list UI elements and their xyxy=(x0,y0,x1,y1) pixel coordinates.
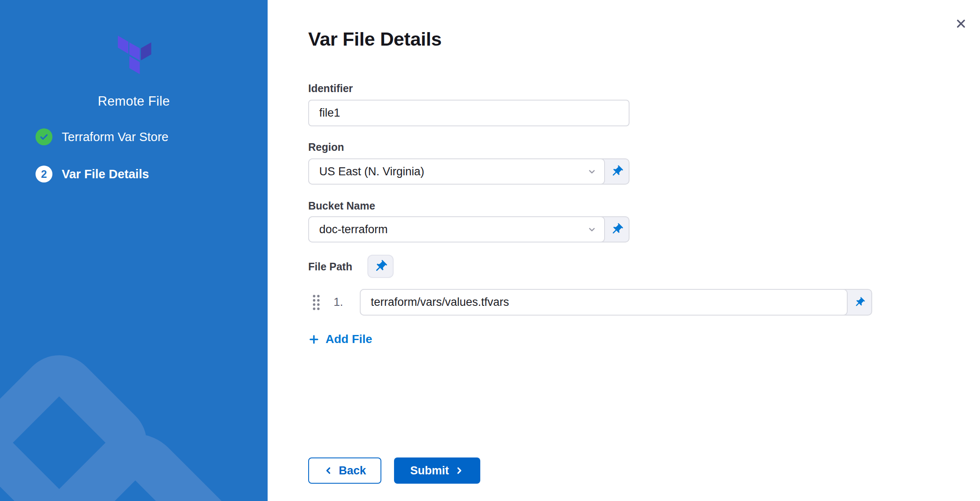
step-label: Terraform Var Store xyxy=(62,130,168,144)
bucket-name-label: Bucket Name xyxy=(308,199,980,212)
chevron-right-icon xyxy=(454,466,464,476)
file-path-row-pin-button[interactable] xyxy=(848,290,871,315)
step-terraform-var-store[interactable]: Terraform Var Store xyxy=(36,128,268,145)
step-completed-badge xyxy=(36,128,52,145)
back-button-label: Back xyxy=(339,464,366,477)
plus-icon xyxy=(308,334,320,345)
bucket-selected-value: doc-terraform xyxy=(319,223,388,236)
step-var-file-details[interactable]: 2 Var File Details xyxy=(36,166,268,182)
add-file-button[interactable]: Add File xyxy=(308,332,372,346)
add-file-label: Add File xyxy=(326,332,372,346)
pin-icon xyxy=(610,165,624,178)
chevron-left-icon xyxy=(323,466,334,476)
region-select[interactable]: US East (N. Virginia) xyxy=(308,158,605,185)
bucket-pin-button[interactable] xyxy=(605,217,629,242)
file-path-header: File Path xyxy=(308,255,980,278)
chevron-down-icon xyxy=(586,166,597,177)
pin-icon xyxy=(854,297,865,308)
pin-icon xyxy=(610,223,624,236)
identifier-input[interactable] xyxy=(308,100,630,126)
step-label: Var File Details xyxy=(62,167,149,181)
terraform-logo-icon xyxy=(115,35,153,75)
file-path-row: 1. xyxy=(308,289,980,316)
step-number-badge: 2 xyxy=(36,166,52,182)
wizard-actions: Back Submit xyxy=(308,457,980,484)
close-icon xyxy=(954,17,968,30)
bucket-select-group: doc-terraform xyxy=(308,216,630,242)
region-pin-button[interactable] xyxy=(605,159,629,184)
region-select-group: US East (N. Virginia) xyxy=(308,158,630,185)
region-label: Region xyxy=(308,141,980,153)
file-path-label: File Path xyxy=(308,260,352,273)
region-selected-value: US East (N. Virginia) xyxy=(319,165,424,178)
submit-button-label: Submit xyxy=(410,464,449,477)
check-icon xyxy=(39,132,49,142)
file-path-input[interactable] xyxy=(360,289,848,316)
bucket-name-select[interactable]: doc-terraform xyxy=(308,216,605,242)
wizard-steps: Terraform Var Store 2 Var File Details xyxy=(0,128,268,182)
back-button[interactable]: Back xyxy=(308,457,381,484)
file-path-input-group xyxy=(360,289,872,316)
row-index: 1. xyxy=(334,296,349,309)
wizard-title: Remote File xyxy=(0,94,268,109)
pin-icon xyxy=(373,259,388,274)
wizard-logo xyxy=(0,35,268,75)
file-path-pin-button[interactable] xyxy=(367,255,394,278)
var-file-details-panel: Var File Details Identifier Region US Ea… xyxy=(268,0,980,501)
submit-button[interactable]: Submit xyxy=(394,457,480,484)
close-button[interactable] xyxy=(951,14,971,34)
page-title: Var File Details xyxy=(308,28,980,51)
chevron-down-icon xyxy=(586,224,597,235)
identifier-label: Identifier xyxy=(308,82,980,95)
wizard-sidebar: Remote File Terraform Var Store 2 Var Fi… xyxy=(0,0,268,501)
drag-handle-icon[interactable] xyxy=(312,294,322,311)
